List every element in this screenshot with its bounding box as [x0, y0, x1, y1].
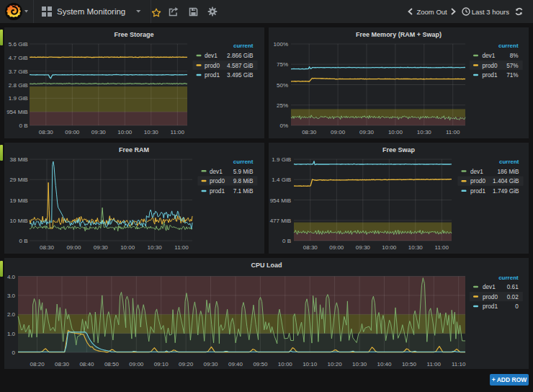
svg-text:19 MiB: 19 MiB [10, 197, 28, 204]
svg-text:38 MiB: 38 MiB [10, 156, 28, 163]
svg-text:1.0: 1.0 [7, 331, 16, 337]
svg-text:10:00: 10:00 [120, 244, 135, 251]
svg-text:11:00: 11:00 [435, 244, 449, 251]
svg-text:dev1: dev1 [483, 53, 496, 59]
svg-text:08:30: 08:30 [303, 244, 318, 251]
svg-text:09:50: 09:50 [253, 361, 268, 368]
svg-text:10:30: 10:30 [144, 129, 159, 135]
svg-text:10:00: 10:00 [382, 244, 397, 251]
svg-text:11:00: 11:00 [427, 361, 442, 368]
svg-text:09:30: 09:30 [91, 129, 107, 135]
svg-text:11:00: 11:00 [174, 244, 189, 251]
svg-text:prod1: prod1 [483, 72, 498, 79]
svg-text:0: 0 [12, 349, 16, 356]
svg-text:75%: 75% [277, 61, 288, 68]
svg-text:dev1: dev1 [483, 284, 496, 290]
svg-text:10:40: 10:40 [377, 361, 392, 368]
svg-text:09:20: 09:20 [179, 361, 194, 368]
svg-text:1.9 GiB: 1.9 GiB [9, 95, 28, 102]
svg-text:prod1: prod1 [210, 188, 225, 195]
svg-text:current: current [233, 159, 254, 165]
svg-text:29 MiB: 29 MiB [10, 177, 28, 183]
svg-text:09:00: 09:00 [331, 129, 346, 135]
svg-text:7.1 MiB: 7.1 MiB [233, 188, 254, 195]
svg-text:09:40: 09:40 [228, 361, 243, 368]
svg-text:4.0: 4.0 [7, 274, 16, 280]
svg-text:1.749 GiB: 1.749 GiB [493, 188, 519, 195]
svg-text:09:30: 09:30 [94, 244, 109, 251]
svg-text:100%: 100% [274, 41, 288, 48]
svg-text:dev1: dev1 [210, 169, 223, 175]
svg-text:0.61: 0.61 [507, 284, 519, 290]
svg-text:Free RAM: Free RAM [119, 146, 149, 153]
svg-text:current: current [498, 275, 519, 281]
svg-text:09:10: 09:10 [154, 361, 169, 368]
svg-text:11:10: 11:10 [452, 361, 466, 368]
svg-text:Free Swap: Free Swap [382, 146, 416, 153]
svg-text:2.0: 2.0 [7, 311, 16, 318]
svg-text:2.8 GiB: 2.8 GiB [9, 82, 28, 89]
svg-text:3.7 GiB: 3.7 GiB [9, 68, 28, 75]
svg-text:Free Memory (RAM + Swap): Free Memory (RAM + Swap) [356, 31, 442, 38]
svg-text:186 MiB: 186 MiB [497, 169, 519, 175]
svg-text:11:00: 11:00 [446, 129, 460, 135]
svg-text:prod1: prod1 [205, 72, 220, 79]
svg-text:Free Storage: Free Storage [114, 31, 153, 38]
svg-text:prod0: prod0 [483, 294, 498, 300]
svg-text:dev1: dev1 [205, 53, 218, 59]
svg-text:5.9 MiB: 5.9 MiB [233, 169, 254, 175]
svg-text:CPU Load: CPU Load [251, 262, 282, 269]
svg-text:10:00: 10:00 [388, 129, 403, 135]
svg-text:prod0: prod0 [205, 63, 220, 69]
svg-text:0 B: 0 B [19, 122, 27, 129]
svg-text:09:00: 09:00 [329, 244, 344, 251]
svg-text:25%: 25% [277, 102, 288, 109]
svg-text:1.4 GiB: 1.4 GiB [272, 177, 291, 183]
svg-text:954 MiB: 954 MiB [6, 109, 27, 115]
svg-text:08:30: 08:30 [55, 361, 70, 368]
svg-text:5.6 GiB: 5.6 GiB [9, 41, 28, 48]
svg-text:0%: 0% [279, 122, 288, 129]
svg-text:dev1: dev1 [470, 169, 483, 175]
svg-text:08:20: 08:20 [30, 361, 45, 368]
svg-text:10:00: 10:00 [278, 361, 293, 368]
svg-text:prod1: prod1 [470, 188, 485, 195]
svg-text:71%: 71% [506, 72, 518, 79]
svg-text:0 B: 0 B [282, 238, 291, 244]
svg-text:10:30: 10:30 [417, 129, 432, 135]
svg-text:10:20: 10:20 [328, 361, 343, 368]
svg-text:08:30: 08:30 [40, 244, 55, 251]
svg-text:current: current [233, 43, 254, 49]
svg-text:3.495 GiB: 3.495 GiB [227, 72, 254, 79]
svg-text:prod0: prod0 [210, 178, 225, 184]
svg-text:0.02: 0.02 [507, 294, 519, 300]
svg-text:09:30: 09:30 [356, 244, 371, 251]
svg-text:prod0: prod0 [470, 178, 485, 184]
svg-text:09:00: 09:00 [65, 129, 80, 135]
svg-text:11:00: 11:00 [171, 129, 185, 135]
svg-text:954 MiB: 954 MiB [270, 197, 291, 204]
svg-text:50%: 50% [277, 82, 288, 89]
svg-text:10:00: 10:00 [117, 129, 133, 135]
svg-text:prod0: prod0 [483, 63, 498, 69]
svg-text:08:30: 08:30 [39, 129, 54, 135]
svg-text:477 MiB: 477 MiB [270, 218, 291, 224]
svg-text:2.866 GiB: 2.866 GiB [227, 53, 254, 59]
svg-text:08:40: 08:40 [79, 361, 94, 368]
svg-text:10:30: 10:30 [352, 361, 367, 368]
svg-text:08:50: 08:50 [104, 361, 120, 368]
svg-text:09:00: 09:00 [129, 361, 144, 368]
svg-text:9.8 MiB: 9.8 MiB [233, 178, 254, 184]
svg-text:0: 0 [515, 303, 519, 310]
svg-text:1.9 GiB: 1.9 GiB [272, 156, 291, 163]
svg-text:10:30: 10:30 [148, 244, 163, 251]
svg-text:09:30: 09:30 [203, 361, 218, 368]
svg-text:10:10: 10:10 [303, 361, 318, 368]
svg-text:0 B: 0 B [19, 238, 27, 244]
svg-text:10 MiB: 10 MiB [10, 218, 28, 224]
svg-text:1.404 GiB: 1.404 GiB [493, 178, 519, 184]
svg-text:prod1: prod1 [483, 303, 498, 310]
svg-text:8%: 8% [510, 53, 519, 59]
svg-text:4.7 GiB: 4.7 GiB [9, 55, 28, 61]
svg-text:10:30: 10:30 [408, 244, 424, 251]
